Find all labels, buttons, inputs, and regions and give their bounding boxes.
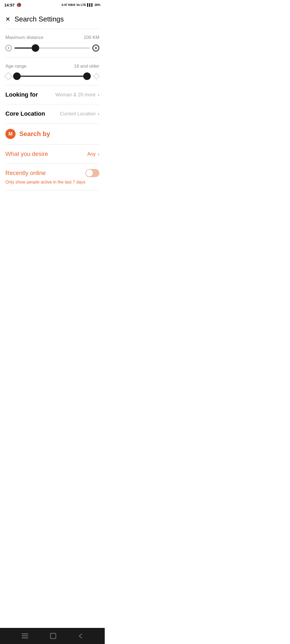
- status-time: 14:57: [4, 3, 15, 7]
- search-by-label: Search by: [19, 130, 50, 138]
- close-button[interactable]: ✕: [5, 16, 10, 22]
- network-speed: 0.47 KB/S: [62, 3, 75, 6]
- what-you-desire-value: Any: [87, 151, 96, 157]
- distance-slider-track[interactable]: [15, 47, 90, 49]
- age-slider-container: [5, 73, 99, 79]
- distance-slider-min-icon: [5, 45, 12, 51]
- looking-for-label: Looking for: [5, 91, 38, 98]
- age-range-label: Age range: [5, 64, 26, 69]
- age-slider-thumb-left[interactable]: [13, 72, 21, 80]
- looking-for-row[interactable]: Looking for Woman & 20 more ›: [0, 85, 105, 104]
- battery-level: 28%: [95, 3, 100, 6]
- network-type: Vo LTE: [76, 3, 86, 6]
- signal-icon: ▌▌▌: [87, 3, 93, 6]
- looking-for-value: Woman & 20 more: [55, 92, 96, 98]
- page-title: Search Settings: [15, 15, 64, 23]
- looking-for-chevron: ›: [98, 92, 99, 98]
- age-slider-max-icon: [93, 73, 100, 80]
- distance-track-bg: [35, 47, 90, 49]
- core-location-row[interactable]: Core Location Current Location ›: [0, 104, 105, 123]
- toggle-knob: [86, 170, 93, 177]
- max-distance-value: 100 KM: [84, 35, 99, 40]
- age-track-fill: [17, 76, 91, 77]
- core-location-value: Current Location: [60, 111, 96, 117]
- recently-online-toggle[interactable]: [85, 169, 99, 177]
- search-by-header: M Search by: [0, 123, 105, 144]
- core-location-chevron: ›: [98, 111, 99, 117]
- recently-online-description: Only show people active in the last 7 da…: [5, 180, 99, 185]
- bottom-spacer: [0, 190, 105, 222]
- distance-slider-thumb[interactable]: [32, 44, 39, 52]
- status-bar: 14:57 📵 0.47 KB/S Vo LTE ▌▌▌ 28%: [0, 0, 105, 10]
- distance-slider-max-icon: [92, 45, 99, 52]
- maximum-distance-section: Maximum distance 100 KM: [0, 29, 105, 57]
- distance-slider-container: [5, 45, 99, 52]
- age-slider-thumb-right[interactable]: [83, 72, 91, 80]
- age-slider-min-icon: [4, 72, 12, 80]
- age-slider-track[interactable]: [14, 76, 91, 77]
- missed-call-icon: 📵: [17, 3, 21, 7]
- recently-online-label: Recently online: [5, 170, 46, 177]
- core-location-label: Core Location: [5, 110, 45, 117]
- search-by-badge: M: [5, 129, 16, 139]
- age-range-section: Age range 18 and older: [0, 58, 105, 85]
- what-you-desire-label: What you desire: [5, 151, 48, 158]
- what-you-desire-chevron: ›: [98, 151, 99, 157]
- recently-online-section: Recently online Only show people active …: [0, 164, 105, 190]
- max-distance-label: Maximum distance: [5, 35, 44, 40]
- what-you-desire-row[interactable]: What you desire Any ›: [0, 145, 105, 163]
- page-header: ✕ Search Settings: [0, 10, 105, 29]
- age-range-value: 18 and older: [74, 64, 99, 69]
